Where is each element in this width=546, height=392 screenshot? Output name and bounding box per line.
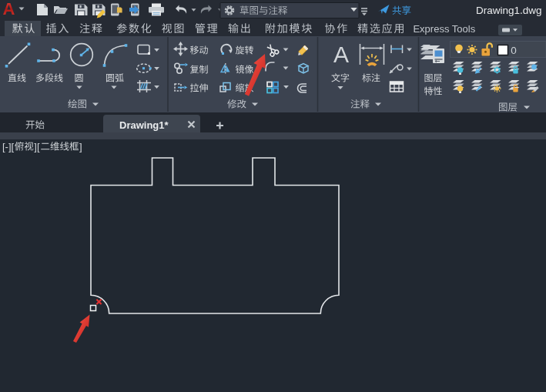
- svg-text:A: A: [3, 0, 15, 18]
- svg-text:]: ]: [79, 141, 82, 152]
- svg-text:0: 0: [511, 45, 517, 56]
- svg-text:Drawing1.dwg: Drawing1.dwg: [476, 5, 542, 16]
- svg-text:Express Tools: Express Tools: [413, 23, 475, 35]
- svg-text:[-][: [-][: [2, 141, 15, 152]
- svg-text:Drawing1*: Drawing1*: [119, 119, 169, 131]
- svg-text:][: ][: [34, 141, 40, 152]
- svg-text:A: A: [333, 42, 349, 67]
